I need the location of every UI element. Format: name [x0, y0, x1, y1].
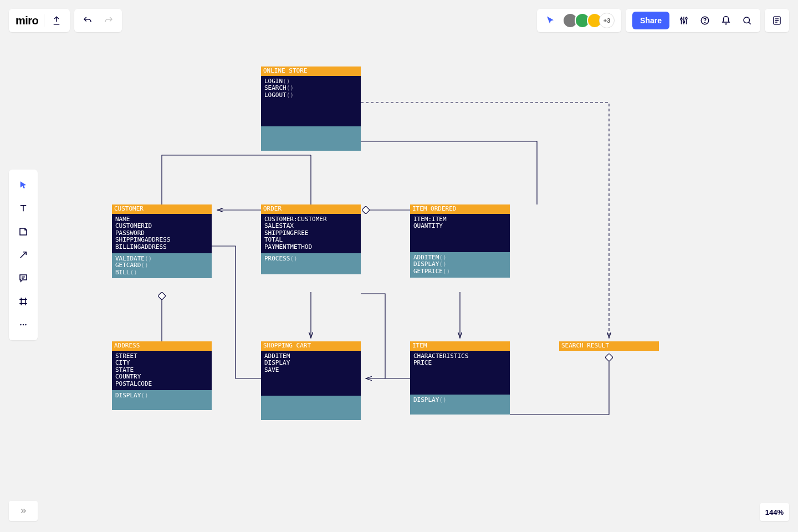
- svg-point-11: [744, 17, 750, 23]
- class-title: CUSTOMER: [112, 204, 212, 214]
- svg-point-10: [704, 22, 705, 23]
- class-attrs: CUSTOMER:CUSTOMERSALESTAXSHIPPINGFREETOT…: [261, 214, 361, 253]
- class-order[interactable]: ORDER CUSTOMER:CUSTOMERSALESTAXSHIPPINGF…: [261, 204, 361, 274]
- class-methods: DISPLAY(): [112, 390, 212, 411]
- class-online-store[interactable]: ONLINE STORE LOGIN()SEARCH()LOGOUT(): [261, 66, 361, 151]
- search-icon[interactable]: [740, 14, 754, 27]
- class-search-result[interactable]: SEARCH RESULT: [559, 341, 659, 351]
- collapse-panel-icon[interactable]: [9, 501, 38, 521]
- class-title: SHOPPING CART: [261, 341, 361, 351]
- class-item[interactable]: ITEM CHARACTERISTICSPRICE DISPLAY(): [410, 341, 510, 415]
- svg-point-8: [686, 18, 687, 19]
- class-title: SEARCH RESULT: [559, 341, 659, 351]
- class-methods: PROCESS(): [261, 253, 361, 275]
- cursor-presence-icon[interactable]: [544, 14, 557, 27]
- settings-icon[interactable]: [677, 14, 690, 27]
- class-address[interactable]: ADDRESS STREETCITYSTATECOUNTRYPOSTALCODE…: [112, 341, 212, 410]
- class-customer[interactable]: CUSTOMER NAMECUSTOMERIDPASSWORDSHIPPINGA…: [112, 204, 212, 278]
- avatars[interactable]: +3: [562, 13, 615, 28]
- frame-tool-icon[interactable]: [17, 295, 30, 308]
- class-title: ITEM ORDERED: [410, 204, 510, 214]
- class-title: ADDRESS: [112, 341, 212, 351]
- class-title: ONLINE STORE: [261, 66, 361, 76]
- class-methods: [261, 126, 361, 151]
- share-button[interactable]: Share: [632, 12, 669, 29]
- export-icon[interactable]: [50, 14, 63, 27]
- arrow-tool-icon[interactable]: [17, 248, 30, 262]
- app-logo[interactable]: miro: [16, 14, 38, 27]
- tools-sidebar: [9, 170, 38, 340]
- svg-point-13: [20, 324, 21, 325]
- canvas[interactable]: ONLINE STORE LOGIN()SEARCH()LOGOUT() CUS…: [0, 0, 798, 532]
- zoom-level[interactable]: 144%: [760, 503, 789, 521]
- select-tool-icon[interactable]: [17, 178, 30, 192]
- collab-pill: +3: [537, 9, 621, 32]
- logo-pill: miro: [9, 9, 70, 32]
- history-pill: [74, 9, 122, 32]
- class-attrs: NAMECUSTOMERIDPASSWORDSHIPPINGADDRESSBIL…: [112, 214, 212, 253]
- class-methods: [261, 396, 361, 420]
- class-methods: ADDITEM()DISPLAY()GETPRICE(): [410, 252, 510, 278]
- redo-icon[interactable]: [102, 14, 115, 27]
- svg-point-6: [681, 18, 682, 20]
- svg-point-14: [23, 324, 24, 325]
- svg-point-7: [683, 21, 685, 23]
- text-tool-icon[interactable]: [17, 202, 30, 215]
- notes-pill[interactable]: [765, 9, 789, 32]
- class-methods: DISPLAY(): [410, 395, 510, 415]
- class-methods: VALIDATE()GETCARD()BILL(): [112, 253, 212, 279]
- class-title: ITEM: [410, 341, 510, 351]
- svg-point-15: [25, 324, 26, 325]
- class-attrs: CHARACTERISTICSPRICE: [410, 351, 510, 395]
- class-shopping-cart[interactable]: SHOPPING CART ADDITEMDISPLAYSAVE: [261, 341, 361, 420]
- sticky-note-tool-icon[interactable]: [17, 225, 30, 238]
- class-attrs: STREETCITYSTATECOUNTRYPOSTALCODE: [112, 351, 212, 390]
- divider: [44, 14, 44, 27]
- actions-pill: Share: [626, 9, 760, 32]
- notes-icon[interactable]: [770, 14, 784, 27]
- class-attrs: ITEM:ITEMQUANTITY: [410, 214, 510, 252]
- topbar: miro +3 Sh: [9, 9, 789, 32]
- class-title: ORDER: [261, 204, 361, 214]
- class-attrs: LOGIN()SEARCH()LOGOUT(): [261, 76, 361, 127]
- comment-tool-icon[interactable]: [17, 272, 30, 285]
- more-tools-icon[interactable]: [17, 318, 30, 331]
- class-item-ordered[interactable]: ITEM ORDERED ITEM:ITEMQUANTITY ADDITEM()…: [410, 204, 510, 278]
- undo-icon[interactable]: [81, 14, 94, 27]
- avatar-more[interactable]: +3: [599, 13, 615, 28]
- class-attrs: ADDITEMDISPLAYSAVE: [261, 351, 361, 396]
- help-icon[interactable]: [698, 14, 712, 27]
- notifications-icon[interactable]: [719, 14, 733, 27]
